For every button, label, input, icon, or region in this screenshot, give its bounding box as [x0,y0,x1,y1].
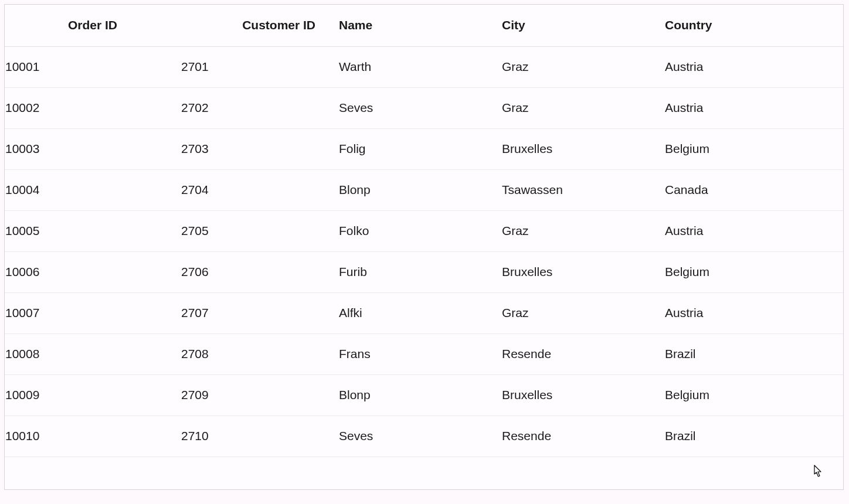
cell-name[interactable]: Blonp [339,169,502,210]
cell-customer-id[interactable]: 2704 [181,169,339,210]
cell-name[interactable]: Blonp [339,374,502,416]
cell-name[interactable]: Folig [339,128,502,169]
cell-name[interactable]: Warth [339,46,502,87]
cell-order-id[interactable]: 10009 [5,374,181,416]
cell-country[interactable]: Austria [665,46,843,87]
cell-order-id[interactable]: 10006 [5,251,181,292]
table-row[interactable]: 10010 2710 Seves Resende Brazil [5,416,843,457]
header-order-id[interactable]: Order ID [5,5,181,46]
cell-country[interactable]: Belgium [665,374,843,416]
cell-city[interactable]: Tsawassen [502,169,665,210]
cell-city[interactable]: Graz [502,87,665,128]
cell-customer-id[interactable]: 2706 [181,251,339,292]
cell-city[interactable]: Bruxelles [502,251,665,292]
cell-country[interactable]: Austria [665,87,843,128]
grid-body: 10001 2701 Warth Graz Austria 10002 2702… [5,46,843,457]
cell-name[interactable]: Seves [339,87,502,128]
cell-country[interactable]: Belgium [665,251,843,292]
header-name[interactable]: Name [339,5,502,46]
cell-country[interactable]: Austria [665,210,843,251]
table-row[interactable]: 10004 2704 Blonp Tsawassen Canada [5,169,843,210]
cell-city[interactable]: Bruxelles [502,128,665,169]
header-customer-id[interactable]: Customer ID [181,5,339,46]
cell-name[interactable]: Folko [339,210,502,251]
cell-customer-id[interactable]: 2708 [181,333,339,374]
data-grid[interactable]: Order ID Customer ID Name City Country 1… [5,5,843,457]
table-row[interactable]: 10006 2706 Furib Bruxelles Belgium [5,251,843,292]
cell-customer-id[interactable]: 2703 [181,128,339,169]
table-row[interactable]: 10005 2705 Folko Graz Austria [5,210,843,251]
cell-name[interactable]: Seves [339,416,502,457]
cell-order-id[interactable]: 10004 [5,169,181,210]
cell-city[interactable]: Bruxelles [502,374,665,416]
cell-order-id[interactable]: 10002 [5,87,181,128]
cell-city[interactable]: Resende [502,333,665,374]
cell-order-id[interactable]: 10005 [5,210,181,251]
cell-order-id[interactable]: 10010 [5,416,181,457]
cell-country[interactable]: Austria [665,292,843,333]
cell-city[interactable]: Resende [502,416,665,457]
cell-name[interactable]: Alfki [339,292,502,333]
cell-order-id[interactable]: 10001 [5,46,181,87]
cell-country[interactable]: Brazil [665,333,843,374]
header-row: Order ID Customer ID Name City Country [5,5,843,46]
cell-order-id[interactable]: 10007 [5,292,181,333]
cell-order-id[interactable]: 10008 [5,333,181,374]
cell-order-id[interactable]: 10003 [5,128,181,169]
cell-country[interactable]: Canada [665,169,843,210]
cell-name[interactable]: Furib [339,251,502,292]
table-row[interactable]: 10003 2703 Folig Bruxelles Belgium [5,128,843,169]
cell-city[interactable]: Graz [502,210,665,251]
table-row[interactable]: 10008 2708 Frans Resende Brazil [5,333,843,374]
cell-city[interactable]: Graz [502,46,665,87]
table-row[interactable]: 10001 2701 Warth Graz Austria [5,46,843,87]
cell-customer-id[interactable]: 2702 [181,87,339,128]
cell-country[interactable]: Belgium [665,128,843,169]
cell-customer-id[interactable]: 2705 [181,210,339,251]
cell-city[interactable]: Graz [502,292,665,333]
cell-name[interactable]: Frans [339,333,502,374]
table-row[interactable]: 10007 2707 Alfki Graz Austria [5,292,843,333]
data-grid-container: Order ID Customer ID Name City Country 1… [4,4,844,490]
header-city[interactable]: City [502,5,665,46]
cell-customer-id[interactable]: 2710 [181,416,339,457]
cell-customer-id[interactable]: 2709 [181,374,339,416]
header-country[interactable]: Country [665,5,843,46]
cell-customer-id[interactable]: 2707 [181,292,339,333]
table-row[interactable]: 10009 2709 Blonp Bruxelles Belgium [5,374,843,416]
cell-customer-id[interactable]: 2701 [181,46,339,87]
cell-country[interactable]: Brazil [665,416,843,457]
table-row[interactable]: 10002 2702 Seves Graz Austria [5,87,843,128]
